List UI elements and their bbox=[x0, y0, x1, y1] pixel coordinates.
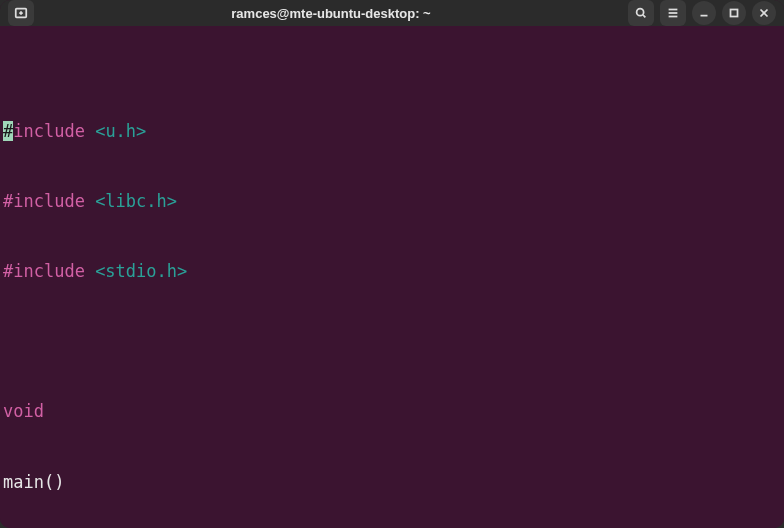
code-line: void bbox=[0, 400, 784, 423]
minimize-button[interactable] bbox=[692, 1, 716, 25]
titlebar: ramces@mte-ubuntu-desktop: ~ bbox=[0, 0, 784, 26]
terminal-window: ramces@mte-ubuntu-desktop: ~ #include <u… bbox=[0, 0, 784, 528]
svg-rect-9 bbox=[731, 10, 738, 17]
code-line: #include <libc.h> bbox=[0, 190, 784, 213]
minimize-icon bbox=[697, 6, 711, 20]
maximize-button[interactable] bbox=[722, 1, 746, 25]
window-title: ramces@mte-ubuntu-desktop: ~ bbox=[34, 6, 628, 21]
code-line: #include <stdio.h> bbox=[0, 260, 784, 283]
search-button[interactable] bbox=[628, 0, 654, 26]
close-button[interactable] bbox=[752, 1, 776, 25]
close-icon bbox=[757, 6, 771, 20]
cursor: # bbox=[3, 121, 13, 141]
terminal-body[interactable]: #include <u.h> #include <libc.h> #includ… bbox=[0, 26, 784, 528]
new-tab-icon bbox=[14, 6, 28, 20]
menu-button[interactable] bbox=[660, 0, 686, 26]
svg-point-3 bbox=[637, 9, 644, 16]
hamburger-icon bbox=[666, 6, 680, 20]
maximize-icon bbox=[727, 6, 741, 20]
search-icon bbox=[634, 6, 648, 20]
blank-line bbox=[0, 330, 784, 353]
code-line: #include <u.h> bbox=[0, 120, 784, 143]
svg-line-4 bbox=[643, 15, 646, 18]
new-tab-button[interactable] bbox=[8, 0, 34, 26]
code-line: main() bbox=[0, 471, 784, 494]
